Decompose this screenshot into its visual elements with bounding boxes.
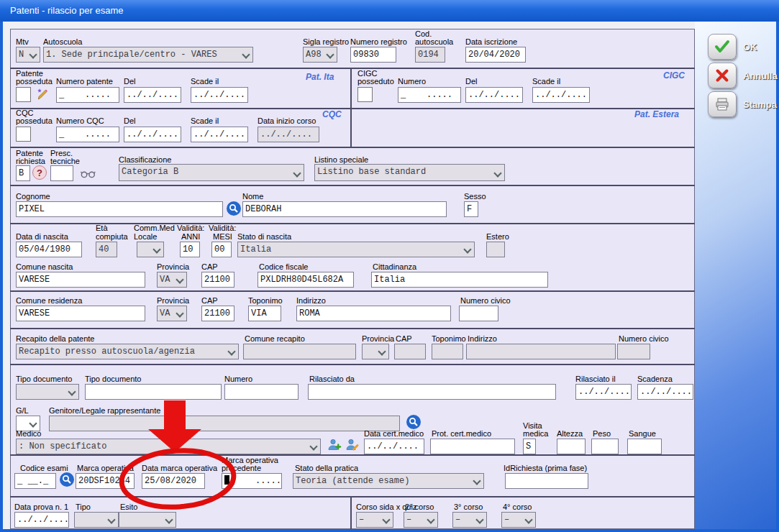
cod-autoscuola-label-2: autoscuola xyxy=(415,38,453,46)
cittadinanza-field[interactable]: Italia xyxy=(371,272,548,288)
marca-precedente-field[interactable]: _ ..... xyxy=(222,473,282,489)
patente-scade-field[interactable]: ../../.... xyxy=(191,87,248,103)
comune-nascita-field[interactable]: VARESE xyxy=(16,272,145,288)
numero-registro-field[interactable]: 09830 xyxy=(350,47,396,63)
numero-documento-field[interactable] xyxy=(224,384,299,400)
validita-mesi-field[interactable]: 00 xyxy=(211,242,232,257)
peso-field[interactable] xyxy=(591,439,619,454)
stampa-button[interactable]: Stampa xyxy=(708,92,777,116)
mtv-dropdown[interactable]: N xyxy=(16,47,40,63)
separator xyxy=(10,496,695,497)
numero-civico-field[interactable] xyxy=(459,306,498,321)
window-title: Patenti - rilascio per esame xyxy=(10,5,124,16)
medico-label: Medico xyxy=(16,430,41,438)
genitore-field xyxy=(49,416,400,431)
data-inizio-corso-field: ../../.... xyxy=(258,127,319,142)
cigc-del-field[interactable]: ../../.... xyxy=(465,87,523,103)
edit-person-icon[interactable] xyxy=(345,438,360,455)
edit-pencil-icon[interactable] xyxy=(36,87,50,104)
nome-field[interactable]: DEBORAH xyxy=(242,201,447,217)
marca-operativa-field[interactable]: 20DSF10234 xyxy=(76,473,135,489)
numero-patente-label: Numero patente xyxy=(56,78,113,86)
annulla-button[interactable]: Annulla xyxy=(708,63,778,88)
sigla-registro-label: Sigla registro xyxy=(303,38,349,46)
prot-cert-medico-field[interactable] xyxy=(430,439,515,454)
data-prova-field[interactable]: ../../.... xyxy=(14,512,69,528)
scadenza-documento-field[interactable]: ../../.... xyxy=(637,384,693,400)
cognome-field[interactable]: PIXEL xyxy=(16,201,223,217)
data-iscrizione-field[interactable]: 20/04/2020 xyxy=(465,47,526,63)
rilasciato-il-field[interactable]: ../../.... xyxy=(575,384,632,400)
help-question-icon[interactable]: ? xyxy=(32,165,47,180)
search-icon[interactable] xyxy=(59,472,75,490)
tipo-documento-field[interactable] xyxy=(85,384,222,400)
patente-richiesta-field[interactable]: B xyxy=(16,165,30,181)
data-nascita-field[interactable]: 05/04/1980 xyxy=(16,242,82,257)
chevron-down-icon xyxy=(378,347,386,355)
recapito-patente-label: Recapito della patente xyxy=(16,335,94,343)
search-icon[interactable] xyxy=(226,201,242,219)
chevron-down-icon xyxy=(463,245,471,253)
codice-esami-field[interactable]: _ __._ xyxy=(14,473,56,489)
provincia-recapito-label: Provincia xyxy=(362,335,394,343)
comune-recapito-label: Comune recapito xyxy=(245,335,305,343)
corso-sida-dropdown[interactable]: – xyxy=(356,512,393,528)
cqc-scade-label: Scade il xyxy=(191,117,219,125)
add-person-icon[interactable] xyxy=(327,438,342,455)
rilasciato-da-field[interactable] xyxy=(308,384,556,400)
provincia-residenza-dropdown[interactable]: VA xyxy=(157,306,187,321)
comm-med-dropdown[interactable] xyxy=(137,242,164,257)
cittadinanza-label: Cittadinanza xyxy=(373,263,416,271)
cqc-posseduta-checkbox[interactable] xyxy=(16,127,31,142)
listino-speciale-label: Listino speciale xyxy=(314,156,368,164)
stato-pratica-label: Stato della pratica xyxy=(295,464,358,472)
patente-posseduta-checkbox[interactable] xyxy=(16,87,31,102)
vertical-divider xyxy=(350,68,352,147)
provincia-nascita-dropdown[interactable]: VA xyxy=(157,272,187,288)
chevron-down-icon xyxy=(309,442,317,450)
corso4-label: 4° corso xyxy=(503,503,532,511)
numero-patente-field[interactable]: _ ..... xyxy=(56,87,119,103)
classificazione-dropdown[interactable]: Categoria B xyxy=(119,164,304,181)
visita-medica-field[interactable]: S xyxy=(523,439,536,454)
sigla-registro-dropdown[interactable]: A98 xyxy=(303,47,337,63)
cigc-numero-field[interactable]: _ ..... xyxy=(398,87,461,103)
stato-nascita-dropdown[interactable]: Italia xyxy=(237,242,475,257)
cigc-posseduto-checkbox[interactable] xyxy=(357,87,373,102)
corso3-dropdown[interactable]: – xyxy=(452,512,487,528)
presc-tecniche-field[interactable] xyxy=(50,165,73,181)
annulla-button-label: Annulla xyxy=(743,70,778,81)
cqc-scade-field[interactable]: ../../.... xyxy=(191,127,248,142)
sangue-field[interactable] xyxy=(627,439,662,454)
comune-residenza-field[interactable]: VARESE xyxy=(16,306,145,321)
corso2-dropdown[interactable]: – xyxy=(404,512,438,528)
medico-dropdown[interactable]: : Non specificato xyxy=(16,439,321,454)
altezza-field[interactable] xyxy=(557,439,586,454)
cap-residenza-field[interactable]: 21100 xyxy=(201,306,234,321)
patente-del-field[interactable]: ../../.... xyxy=(124,87,181,103)
data-marca-operativa-field[interactable]: 25/08/2020 xyxy=(142,473,205,489)
data-nascita-label: Data di nascita xyxy=(16,233,68,241)
chevron-down-icon xyxy=(382,515,390,523)
toponimo-field[interactable]: VIA xyxy=(248,306,281,321)
chevron-down-icon xyxy=(29,50,37,58)
numero-cqc-field[interactable]: _ ..... xyxy=(56,127,119,142)
idrichiesta-field[interactable] xyxy=(505,473,588,489)
validita-anni-field[interactable]: 10 xyxy=(180,242,200,257)
ok-button[interactable]: OK xyxy=(708,35,757,59)
cigc-scade-field[interactable]: ../../.... xyxy=(532,87,590,103)
listino-speciale-dropdown[interactable]: Listino base standard xyxy=(314,164,505,181)
indirizzo-field[interactable]: ROMA xyxy=(296,306,451,321)
autoscuola-dropdown[interactable]: 1. Sede principale/centro - VARES xyxy=(43,47,253,63)
cqc-del-field[interactable]: ../../.... xyxy=(124,127,181,142)
sesso-field[interactable]: F xyxy=(464,201,478,217)
tipo-documento-dropdown[interactable] xyxy=(16,384,79,400)
corso4-dropdown[interactable]: – xyxy=(501,512,536,528)
data-cert-medico-field[interactable]: ../../.... xyxy=(364,439,424,454)
cap-nascita-field[interactable]: 21100 xyxy=(201,272,234,288)
cigc-numero-label: Numero xyxy=(398,78,426,86)
chevron-down-icon xyxy=(29,419,37,427)
title-bar: Patenti - rilascio per esame xyxy=(0,0,779,22)
cod-autoscuola-field: 0194 xyxy=(415,47,445,63)
codice-fiscale-field[interactable]: PXLDRH80D45L682A xyxy=(258,272,354,288)
